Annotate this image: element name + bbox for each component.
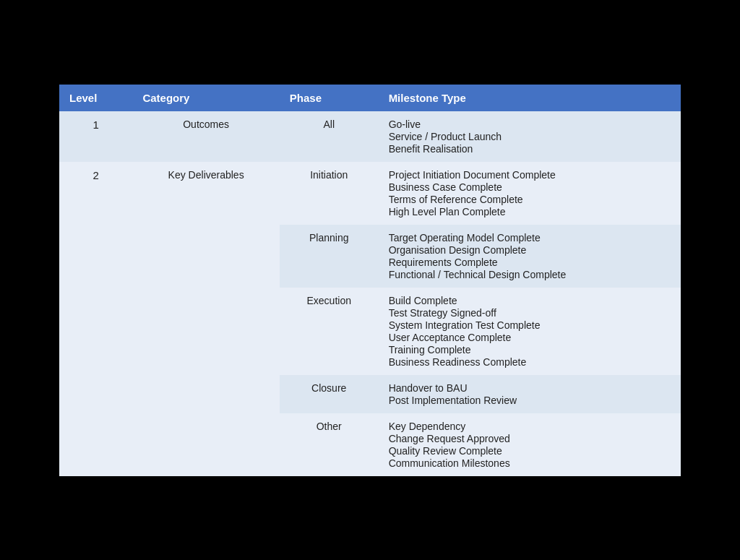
milestone-item: Functional / Technical Design Complete — [389, 269, 671, 280]
cell-phase: Closure — [280, 375, 379, 413]
cell-phase: All — [280, 111, 379, 162]
header-milestone-type: Milestone Type — [379, 85, 681, 111]
cell-phase: Initiation — [280, 162, 379, 225]
milestone-item: Terms of Reference Complete — [389, 194, 671, 205]
milestone-item: High Level Plan Complete — [389, 206, 671, 217]
milestone-item: Project Initiation Document Complete — [389, 169, 671, 181]
table-header-row: Level Category Phase Milestone Type — [59, 85, 681, 111]
milestone-item: Requirements Complete — [389, 257, 671, 268]
milestone-item: Service / Product Launch — [389, 131, 671, 142]
cell-milestones: Project Initiation Document CompleteBusi… — [379, 162, 681, 225]
header-category: Category — [132, 85, 279, 111]
milestone-item: System Integration Test Complete — [389, 319, 671, 331]
milestone-item: Test Strategy Signed-off — [389, 307, 671, 319]
cell-level: 1 — [59, 111, 132, 162]
milestone-item: Key Dependency — [389, 421, 671, 432]
cell-milestones: Target Operating Model CompleteOrganisat… — [379, 225, 681, 288]
header-phase: Phase — [280, 85, 379, 111]
milestone-item: Target Operating Model Complete — [389, 232, 671, 244]
milestone-item: User Acceptance Complete — [389, 332, 671, 343]
milestone-item: Training Complete — [389, 344, 671, 356]
milestone-item: Business Readiness Complete — [389, 356, 671, 368]
cell-level: 2 — [59, 162, 132, 476]
main-table-container: Level Category Phase Milestone Type 1Out… — [59, 85, 681, 476]
cell-category: Outcomes — [132, 111, 279, 162]
milestone-item: Quality Review Complete — [389, 445, 671, 457]
cell-milestones: Handover to BAUPost Implementation Revie… — [379, 375, 681, 413]
cell-milestones: Key DependencyChange Request ApprovedQua… — [379, 413, 681, 476]
cell-phase: Planning — [280, 225, 379, 288]
milestone-item: Build Complete — [389, 295, 671, 306]
milestone-item: Organisation Design Complete — [389, 244, 671, 256]
cell-phase: Execution — [280, 288, 379, 375]
milestone-item: Business Case Complete — [389, 181, 671, 193]
milestone-item: Benefit Realisation — [389, 143, 671, 155]
cell-category: Key Deliverables — [132, 162, 279, 476]
table-row: 2Key DeliverablesInitiationProject Initi… — [59, 162, 681, 225]
milestone-item: Go-live — [389, 119, 671, 130]
milestone-item: Communication Milestones — [389, 457, 671, 469]
cell-phase: Other — [280, 413, 379, 476]
cell-milestones: Go-liveService / Product LaunchBenefit R… — [379, 111, 681, 162]
cell-milestones: Build CompleteTest Strategy Signed-offSy… — [379, 288, 681, 375]
milestone-item: Handover to BAU — [389, 382, 671, 394]
milestone-item: Change Request Approved — [389, 433, 671, 444]
milestone-item: Post Implementation Review — [389, 395, 671, 406]
table-row: 1OutcomesAllGo-liveService / Product Lau… — [59, 111, 681, 162]
milestone-table: Level Category Phase Milestone Type 1Out… — [59, 85, 681, 476]
header-level: Level — [59, 85, 132, 111]
